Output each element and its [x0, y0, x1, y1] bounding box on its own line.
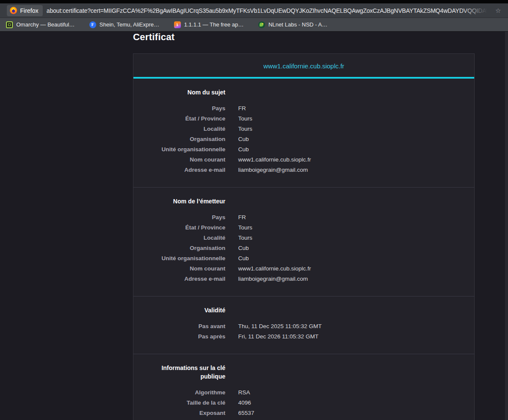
certificate-tab-strip: www1.californie.cub.sioplc.fr	[133, 54, 474, 79]
field-label: Taille de la clé	[144, 398, 225, 408]
field-value: FR	[238, 212, 246, 223]
field-label: Pas après	[144, 332, 225, 342]
field-label: Pas avant	[144, 321, 225, 332]
bookmark-star-icon[interactable]: ☆	[492, 7, 505, 14]
url-text-wrap: about:certificate?cert=MIIGFzCCA%2F%2BgA…	[47, 7, 492, 15]
cert-field-row: Pays FR	[144, 103, 464, 114]
cert-field-row: Nom courant www1.californie.cub.sioplc.f…	[144, 264, 464, 274]
cert-field-row: Localité Tours	[144, 233, 464, 243]
certificate-panel: www1.californie.cub.sioplc.fr Nom du suj…	[133, 53, 475, 420]
field-value: Tours	[238, 124, 252, 134]
field-value: Thu, 11 Dec 2025 11:05:32 GMT	[238, 321, 322, 332]
field-value: RSA	[238, 388, 250, 398]
section-public-key-info: Informations sur la clé publique Algorit…	[133, 354, 474, 420]
cert-field-row: Taille de la clé 4096	[144, 398, 464, 408]
field-value: 65537	[238, 408, 254, 418]
cert-field-row: Unité organisationnelle Cub	[144, 253, 464, 264]
nlnet-labs-favicon-icon	[258, 21, 265, 28]
bookmark-label: Omarchy — Beautiful…	[16, 21, 75, 28]
browser-window: Firefox about:certificate?cert=MIIGFzCCA…	[0, 0, 508, 420]
cert-field-row: Pas avant Thu, 11 Dec 2025 11:05:32 GMT	[144, 321, 464, 332]
field-value: 4096	[238, 398, 251, 408]
bookmark-label: 1.1.1.1 — The free ap…	[184, 21, 244, 28]
bookmark-item-nlnet[interactable]: NLnet Labs - NSD - A…	[256, 20, 330, 30]
page-scrollbar[interactable]	[505, 32, 508, 420]
window-top-strip	[0, 0, 508, 3]
field-value: Cub	[238, 253, 249, 264]
cert-field-row: Unité organisationnelle Cub	[144, 144, 464, 155]
omarchy-favicon-icon	[6, 21, 13, 28]
url-text: about:certificate?cert=MIIGFzCCA%2F%2BgA…	[47, 7, 492, 14]
cloudflare-1111-favicon-icon: 1	[174, 21, 181, 28]
field-value: liamboigegrain@gmail.com	[238, 165, 308, 175]
cert-field-row: Localité Tours	[144, 124, 464, 134]
field-label: Algorithme	[144, 388, 225, 398]
field-label: Localité	[144, 233, 225, 243]
field-label: État / Province	[144, 223, 225, 233]
bookmark-label: Shein, Temu, AliExpre…	[100, 21, 159, 28]
cert-field-row: Pays FR	[144, 212, 464, 223]
firefox-logo-icon	[10, 7, 17, 14]
field-value: Tours	[238, 233, 252, 243]
field-label: Organisation	[144, 243, 225, 253]
certificate-tab-domain[interactable]: www1.californie.cub.sioplc.fr	[133, 54, 474, 77]
bookmarks-bar: Omarchy — Beautiful… F Shein, Temu, AliE…	[0, 18, 508, 32]
section-title: Nom du sujet	[144, 88, 225, 97]
bookmark-item-1111[interactable]: 1 1.1.1.1 — The free ap…	[171, 20, 246, 30]
field-label: Organisation	[144, 134, 225, 144]
field-value: Tours	[238, 223, 252, 233]
field-label: Unité organisationnelle	[144, 144, 225, 155]
cert-field-row: État / Province Tours	[144, 223, 464, 233]
field-value: Cub	[238, 243, 249, 253]
field-value: Fri, 11 Dec 2026 11:05:32 GMT	[238, 332, 319, 342]
page-title: Certificat	[133, 32, 508, 42]
field-label: Adresse e-mail	[144, 274, 225, 284]
field-label: État / Province	[144, 114, 225, 124]
browser-tab-firefox[interactable]: Firefox	[7, 5, 43, 16]
cert-field-row: Organisation Cub	[144, 243, 464, 253]
field-value: Cub	[238, 144, 249, 155]
section-validity: Validité Pas avant Thu, 11 Dec 2025 11:0…	[133, 297, 474, 354]
field-value: Cub	[238, 134, 249, 144]
cert-field-row: Adresse e-mail liamboigegrain@gmail.com	[144, 274, 464, 284]
section-title: Informations sur la clé publique	[144, 364, 225, 381]
cert-field-row: Nom courant www1.californie.cub.sioplc.f…	[144, 155, 464, 165]
browser-tab-label: Firefox	[20, 7, 38, 14]
field-label: Pays	[144, 212, 225, 223]
field-label: Nom courant	[144, 155, 225, 165]
cert-field-row: Organisation Cub	[144, 134, 464, 144]
section-title: Validité	[144, 306, 225, 314]
browser-topbar: Firefox about:certificate?cert=MIIGFzCCA…	[0, 3, 508, 18]
field-value: www1.californie.cub.sioplc.fr	[238, 264, 311, 274]
cert-field-row: Adresse e-mail liamboigegrain@gmail.com	[144, 165, 464, 175]
certificate-page: Certificat www1.californie.cub.sioplc.fr…	[0, 32, 508, 420]
field-label: Unité organisationnelle	[144, 253, 225, 264]
section-subject-name: Nom du sujet Pays FR État / Province Tou…	[133, 79, 474, 188]
field-label: Pays	[144, 103, 225, 114]
url-bar[interactable]: about:certificate?cert=MIIGFzCCA%2F%2BgA…	[43, 3, 508, 18]
field-value: liamboigegrain@gmail.com	[238, 274, 308, 284]
section-title: Nom de l’émetteur	[144, 197, 225, 206]
cert-field-row: Pas après Fri, 11 Dec 2026 11:05:32 GMT	[144, 332, 464, 342]
cert-field-row: État / Province Tours	[144, 114, 464, 124]
bookmark-label: NLnet Labs - NSD - A…	[269, 21, 328, 28]
field-value: FR	[238, 103, 246, 114]
field-value: Tours	[238, 114, 252, 124]
field-label: Exposant	[144, 408, 225, 418]
shein-favicon-icon: F	[89, 21, 96, 28]
bookmark-item-shein[interactable]: F Shein, Temu, AliExpre…	[87, 20, 162, 30]
cert-field-row: Algorithme RSA	[144, 388, 464, 398]
cert-field-row: Exposant 65537	[144, 408, 464, 418]
field-label: Adresse e-mail	[144, 165, 225, 175]
field-label: Nom courant	[144, 264, 225, 274]
field-label: Localité	[144, 124, 225, 134]
section-issuer-name: Nom de l’émetteur Pays FR État / Provinc…	[133, 188, 474, 297]
bookmark-item-omarchy[interactable]: Omarchy — Beautiful…	[3, 20, 77, 30]
field-value: www1.californie.cub.sioplc.fr	[238, 155, 311, 165]
